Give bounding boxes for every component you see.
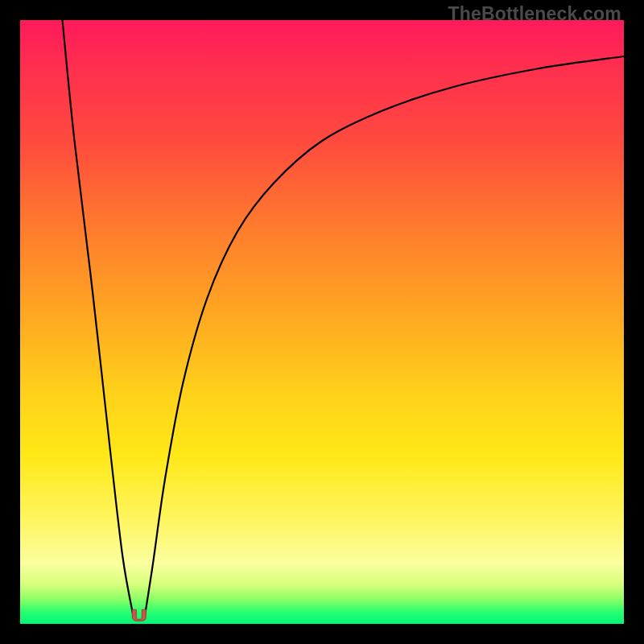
- optimal-point-marker: [132, 609, 146, 621]
- curve-svg: [20, 20, 624, 624]
- plot-area: [20, 20, 624, 624]
- chart-container: TheBottleneck.com: [0, 0, 644, 644]
- bottleneck-curve-left: [63, 20, 134, 618]
- bottleneck-curve-right: [145, 56, 625, 618]
